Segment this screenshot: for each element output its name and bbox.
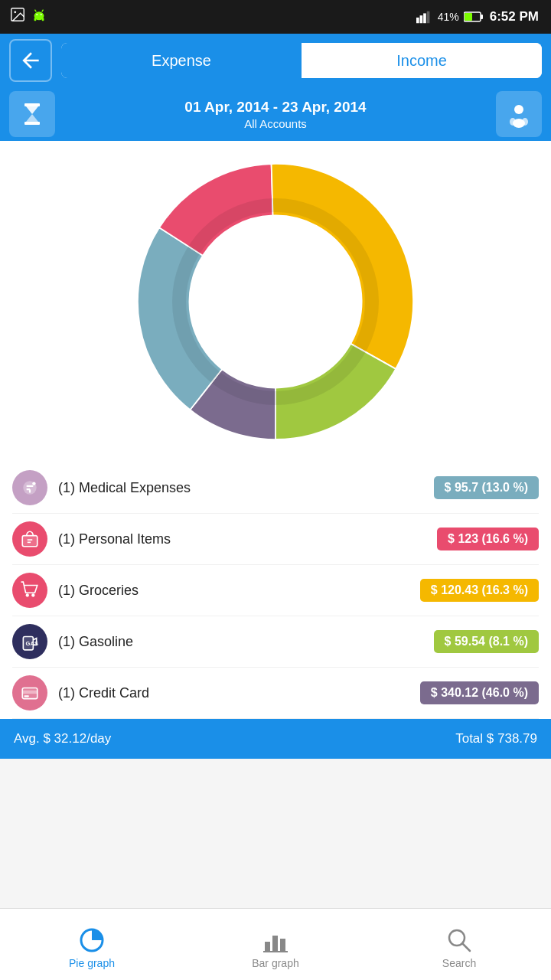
personal-label: (1) Personal Items bbox=[58, 531, 437, 547]
svg-point-26 bbox=[32, 482, 35, 485]
gasoline-icon-circle: GAS bbox=[12, 624, 47, 659]
nav-search[interactable]: Search bbox=[367, 920, 551, 969]
creditcard-icon-circle bbox=[12, 675, 47, 710]
pie-icon bbox=[78, 926, 106, 954]
android-icon bbox=[31, 6, 47, 23]
svg-rect-35 bbox=[22, 691, 37, 694]
svg-point-22 bbox=[513, 119, 525, 128]
svg-rect-36 bbox=[24, 695, 29, 697]
date-picker-button[interactable] bbox=[9, 91, 55, 137]
svg-rect-39 bbox=[272, 936, 278, 951]
hourglass-icon bbox=[18, 100, 46, 128]
income-tab[interactable]: Income bbox=[302, 43, 542, 78]
svg-text:GAS: GAS bbox=[26, 640, 38, 647]
svg-rect-40 bbox=[280, 939, 285, 951]
date-range-text: 01 Apr, 2014 - 23 Apr, 2014 bbox=[55, 99, 496, 116]
svg-rect-7 bbox=[34, 18, 37, 21]
svg-rect-16 bbox=[465, 13, 472, 21]
svg-rect-8 bbox=[42, 18, 44, 21]
expense-tab[interactable]: Expense bbox=[61, 43, 302, 78]
groceries-value: $ 120.43 (16.3 %) bbox=[420, 579, 539, 602]
svg-line-6 bbox=[42, 10, 44, 12]
date-info: 01 Apr, 2014 - 23 Apr, 2014 All Accounts bbox=[55, 99, 496, 130]
svg-line-43 bbox=[462, 943, 470, 951]
nav-bar-graph[interactable]: Bar graph bbox=[184, 920, 367, 969]
accounts-label: All Accounts bbox=[55, 117, 496, 130]
svg-rect-10 bbox=[416, 18, 419, 23]
avg-text: Avg. $ 32.12/day bbox=[14, 731, 111, 746]
svg-rect-27 bbox=[22, 536, 37, 547]
date-bar: 01 Apr, 2014 - 23 Apr, 2014 All Accounts bbox=[0, 87, 551, 141]
shopping-icon bbox=[20, 529, 40, 549]
signal-icons: 41% bbox=[416, 10, 484, 24]
pie-graph-label: Pie graph bbox=[69, 957, 115, 969]
personal-value: $ 123 (16.6 %) bbox=[437, 528, 539, 550]
svg-point-23 bbox=[190, 216, 362, 388]
svg-rect-13 bbox=[426, 11, 429, 24]
cart-icon bbox=[20, 580, 40, 600]
svg-rect-18 bbox=[24, 122, 40, 125]
header: Expense Income bbox=[0, 34, 551, 87]
back-icon bbox=[18, 48, 43, 73]
gas-icon: GAS bbox=[20, 632, 40, 652]
expense-income-toggle[interactable]: Expense Income bbox=[61, 43, 542, 78]
legend-container: (1) Medical Expenses $ 95.7 (13.0 %) (1)… bbox=[0, 462, 551, 719]
accounts-button[interactable] bbox=[496, 91, 542, 137]
battery-text: 41% bbox=[438, 11, 459, 23]
search-label: Search bbox=[442, 957, 476, 969]
donut-chart-svg: .seg { stroke: white; stroke-width: 0.01… bbox=[138, 164, 413, 439]
legend-item-personal[interactable]: (1) Personal Items $ 123 (16.6 %) bbox=[12, 514, 539, 565]
svg-point-4 bbox=[41, 14, 42, 15]
gasoline-value: $ 59.54 (8.1 %) bbox=[434, 630, 539, 653]
svg-rect-38 bbox=[265, 942, 270, 951]
svg-rect-17 bbox=[24, 103, 40, 106]
bar-icon bbox=[262, 926, 289, 954]
svg-rect-12 bbox=[423, 13, 426, 23]
medical-label: (1) Medical Expenses bbox=[58, 480, 434, 496]
groceries-icon-circle bbox=[12, 573, 47, 608]
svg-point-30 bbox=[26, 593, 29, 596]
status-time: 6:52 PM bbox=[490, 9, 539, 24]
creditcard-label: (1) Credit Card bbox=[58, 685, 420, 701]
card-icon bbox=[20, 683, 40, 703]
personal-icon-circle bbox=[12, 521, 47, 557]
status-bar: 41% 6:52 PM bbox=[0, 0, 551, 34]
search-icon bbox=[445, 926, 473, 954]
legend-item-groceries[interactable]: (1) Groceries $ 120.43 (16.3 %) bbox=[12, 565, 539, 616]
legend-item-gasoline[interactable]: GAS (1) Gasoline $ 59.54 (8.1 %) bbox=[12, 616, 539, 668]
bar-graph-label: Bar graph bbox=[252, 957, 298, 969]
summary-bar: Avg. $ 32.12/day Total $ 738.79 bbox=[0, 719, 551, 759]
signal-icon bbox=[416, 10, 433, 24]
svg-point-19 bbox=[514, 105, 523, 114]
svg-rect-15 bbox=[481, 15, 483, 19]
chart-area: .seg { stroke: white; stroke-width: 0.01… bbox=[0, 141, 551, 462]
medical-icon-circle bbox=[12, 470, 47, 505]
svg-point-3 bbox=[36, 14, 37, 15]
medical-value: $ 95.7 (13.0 %) bbox=[434, 476, 539, 499]
back-button[interactable] bbox=[9, 39, 52, 82]
groceries-label: (1) Groceries bbox=[58, 583, 420, 599]
svg-line-5 bbox=[35, 10, 37, 12]
battery-icon bbox=[464, 11, 484, 23]
accounts-icon bbox=[505, 100, 533, 128]
svg-point-31 bbox=[31, 593, 34, 596]
photo-icon bbox=[9, 6, 26, 23]
svg-rect-11 bbox=[419, 15, 422, 23]
legend-item-medical[interactable]: (1) Medical Expenses $ 95.7 (13.0 %) bbox=[12, 462, 539, 514]
svg-point-1 bbox=[14, 11, 16, 13]
bottom-nav: Pie graph Bar graph Search bbox=[0, 908, 551, 980]
nav-pie-graph[interactable]: Pie graph bbox=[0, 920, 184, 969]
total-text: Total $ 738.79 bbox=[455, 731, 537, 746]
gasoline-label: (1) Gasoline bbox=[58, 634, 434, 650]
medical-icon bbox=[20, 478, 40, 498]
status-left-icons bbox=[9, 6, 47, 23]
legend-item-creditcard[interactable]: (1) Credit Card $ 340.12 (46.0 %) bbox=[12, 668, 539, 719]
creditcard-value: $ 340.12 (46.0 %) bbox=[420, 681, 539, 704]
